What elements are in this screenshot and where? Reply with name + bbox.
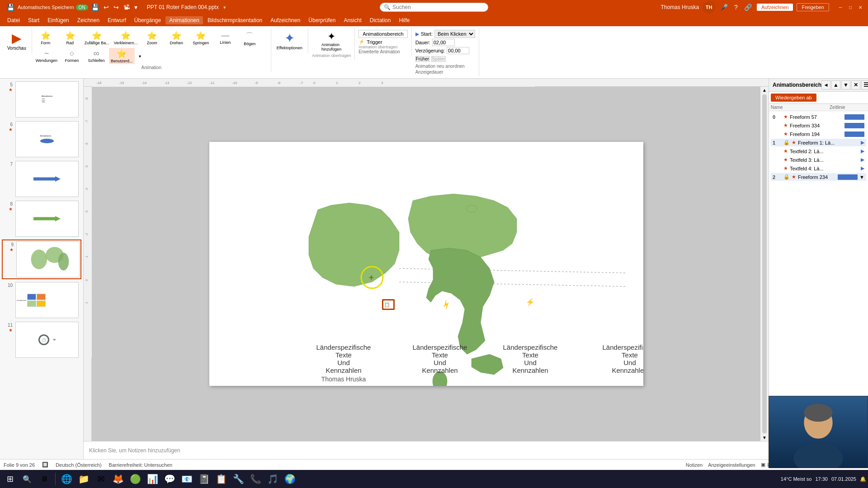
slide-thumb-11[interactable]: 11 ★ 🕐 ❤ [2, 321, 81, 359]
slide-thumb-9[interactable]: 9 ★ [2, 239, 81, 279]
slide-thumb-8[interactable]: 8 ★ [2, 200, 81, 238]
slide-thumb-5[interactable]: 5 ★ Animationen • Item• Item• Item [2, 80, 81, 118]
menu-hilfe[interactable]: Hilfe [395, 16, 413, 24]
taskbar-teams[interactable]: 💬 [161, 471, 178, 487]
maximize-button[interactable]: □ [846, 3, 854, 11]
share-button[interactable]: Freigeben [797, 3, 829, 11]
menu-start[interactable]: Start [24, 16, 43, 24]
anim-form-btn[interactable]: ⭐Form [34, 30, 57, 47]
taskbar-taskview[interactable]: 🖥 [36, 471, 52, 487]
menu-aufzeichnen[interactable]: Aufzeichnen [267, 16, 304, 24]
anim-item-freeform1[interactable]: 1 🔒 ★ Freeform 1: Lä... ▶ [771, 139, 866, 146]
slide-main[interactable]: + [209, 142, 643, 386]
accessibility-label[interactable]: Barrierefreiheit: Untersuchen [109, 462, 173, 468]
anim-item-freeform194[interactable]: ★ Freeform 194 [771, 130, 866, 138]
ribbon-display-icon[interactable]: 🎤 [719, 4, 729, 11]
effekte-button[interactable]: ✦ Effektoptionen [275, 30, 304, 51]
scroll-down-btn[interactable]: ▼ [761, 434, 768, 441]
anim-linien-btn[interactable]: —Linien [213, 30, 237, 47]
spaeter-btn[interactable]: Später [431, 56, 445, 62]
menu-ansicht[interactable]: Ansicht [340, 16, 365, 24]
frueher-btn[interactable]: Früher [415, 56, 429, 62]
minimize-button[interactable]: ─ [836, 3, 844, 11]
anim-menu-btn[interactable]: ☰ [861, 80, 868, 89]
anim-boegen-btn[interactable]: ⌒Bögen [238, 30, 261, 47]
anim-collapse-btn[interactable]: ◂ [821, 80, 830, 89]
anim-drehen-btn[interactable]: ⭐Drehen [165, 30, 188, 47]
notes-area[interactable]: Klicken Sie, um Notizen hinzuzufügen [84, 441, 769, 459]
menu-bildschirm[interactable]: Bildschirmpräsentation [204, 16, 266, 24]
vorschau-button[interactable]: ▶ Vorschau [5, 30, 28, 52]
menu-uebergaenge[interactable]: Übergänge [131, 16, 165, 24]
undo-icon[interactable]: ↩ [102, 4, 110, 11]
menu-datei[interactable]: Datei [4, 16, 24, 24]
anim-rad-btn[interactable]: ⭐Rad [58, 30, 82, 47]
scroll-thumb[interactable] [762, 94, 767, 433]
taskbar-start[interactable]: ⊞ [2, 471, 18, 487]
animationsbereich-button[interactable]: Animationsbereich [359, 30, 408, 38]
anim-schleifen-btn[interactable]: ∞Schleifen [85, 48, 108, 64]
help-icon[interactable]: ? [733, 4, 739, 11]
qat-dropdown-icon[interactable]: ▾ [133, 4, 139, 11]
taskbar-app3[interactable]: 📞 [247, 471, 264, 487]
anim-benutzerd-btn[interactable]: ⭐Benutzerd... [109, 48, 135, 64]
normal-view-icon[interactable]: ▣ [761, 462, 765, 468]
search-bar[interactable]: 🔍 [380, 3, 488, 12]
taskbar-app4[interactable]: 🎵 [264, 471, 281, 487]
anim-item-textfeld3[interactable]: ★ Textfeld 3: Lä... ▶ [771, 156, 866, 164]
taskbar-explorer[interactable]: 📁 [75, 471, 92, 487]
anim-item-textfeld2[interactable]: ★ Textfeld 2: Lä... ▶ [771, 147, 866, 155]
anim-item-textfeld4[interactable]: ★ Textfeld 4: Lä... ▶ [771, 164, 866, 172]
taskbar-edge[interactable]: 🌐 [58, 471, 75, 487]
record-button[interactable]: Aufzeichnen [757, 4, 793, 11]
scroll-up-btn[interactable]: ▲ [761, 87, 768, 94]
slide-thumb-10[interactable]: 10 Ländertexte [2, 281, 81, 319]
anim-wendungen-btn[interactable]: ~Wendungen [34, 48, 59, 64]
search-input[interactable] [392, 4, 474, 10]
anim-scroll-up-btn[interactable]: ▲ [831, 80, 840, 89]
anim-close-btn[interactable]: ✕ [851, 80, 860, 89]
present-icon[interactable]: 📽 [122, 4, 131, 11]
anim-item-freeform234[interactable]: 2 🔒 ★ Freeform 234 ▼ [771, 173, 866, 181]
menu-ueberpruefen[interactable]: Überprüfen [305, 16, 339, 24]
taskbar-powerpoint[interactable]: 📊 [144, 471, 160, 487]
notes-btn[interactable]: Notizen [686, 462, 703, 468]
share-icon[interactable]: 🔗 [743, 4, 753, 11]
menu-zeichnen[interactable]: Zeichnen [74, 16, 103, 24]
taskbar-onenote[interactable]: 📓 [196, 471, 212, 487]
taskbar-app5[interactable]: 🌍 [282, 471, 298, 487]
anim-springen-btn[interactable]: ⭐Springen [189, 30, 212, 47]
taskbar-search[interactable]: 🔍 [19, 471, 35, 487]
menu-einfuegen[interactable]: Einfügen [44, 16, 72, 24]
close-button[interactable]: ✕ [856, 3, 864, 11]
anim-zoom-btn[interactable]: ⭐Zoom [140, 30, 164, 47]
filename-dropdown[interactable]: ▾ [223, 5, 226, 10]
menu-entwurf[interactable]: Entwurf [104, 16, 130, 24]
menu-dictation[interactable]: Dictation [366, 16, 395, 24]
dauer-input[interactable] [432, 39, 455, 46]
anim-play-button[interactable]: Wiedergeben ab [771, 94, 816, 102]
uebertragen-label[interactable]: Animation übertragen [359, 45, 408, 49]
anim-more-btn[interactable]: ▾ [136, 48, 145, 64]
view-settings-btn[interactable]: Anzeigeeinstellungen [708, 462, 755, 468]
verzoeg-input[interactable] [447, 47, 469, 54]
anim-verkleinern-btn[interactable]: ⭐Verkleinern... [112, 30, 140, 47]
anim-formen-btn[interactable]: ○Formen [60, 48, 84, 64]
autosave-state[interactable]: ON [76, 5, 88, 10]
vertical-scrollbar[interactable]: ▲ ▼ [760, 87, 769, 441]
anim-scroll-dn-btn[interactable]: ▼ [841, 80, 850, 89]
taskbar-mail[interactable]: ✉ [93, 471, 109, 487]
taskbar-app2[interactable]: 🔧 [230, 471, 246, 487]
taskbar-chrome[interactable]: 🟢 [127, 471, 143, 487]
hinzufuegen-button[interactable]: ✦ Animationhinzufügen [320, 30, 343, 52]
save-icon[interactable]: 💾 [90, 4, 100, 11]
anim-zufaellig-btn[interactable]: ⭐Zufällige Ba... [83, 30, 111, 47]
taskbar-firefox[interactable]: 🦊 [110, 471, 126, 487]
redo-icon[interactable]: ↪ [112, 4, 120, 11]
menu-animationen[interactable]: Animationen [165, 16, 203, 24]
autosave-toggle[interactable]: 💾 [5, 4, 16, 11]
slide-thumb-7[interactable]: 7 [2, 160, 81, 198]
user-avatar[interactable]: TH [703, 1, 715, 14]
uebertragen-btn[interactable]: Animation übertragen [312, 53, 351, 58]
anim-dropdown-234[interactable]: ▼ [859, 174, 864, 180]
